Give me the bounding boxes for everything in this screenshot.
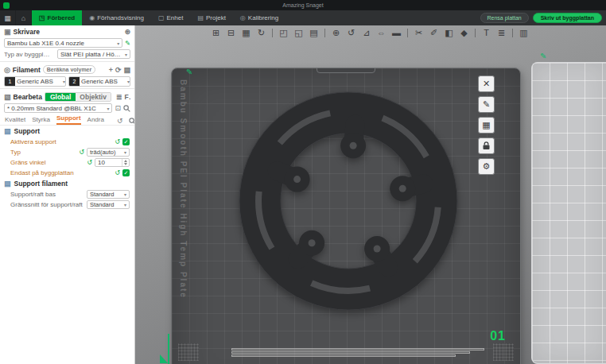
tab-calibration[interactable]: ◎ Kalibrering <box>233 10 286 25</box>
scope-global-button[interactable]: Global <box>45 93 76 101</box>
variable-layer-icon[interactable]: ≣ <box>494 26 509 39</box>
flush-volumes-button[interactable]: Beräkna volymer <box>43 65 95 74</box>
project-icon: ▤ <box>197 14 204 21</box>
viewport-3d[interactable]: ⊞ ⊟ ▦ ↻ ◰ ◱ ▤ ⊕ ↺ ⊿ ⇔ ▬ ✂ ✐ ◧ ◆ T <box>135 25 606 364</box>
edit-plate-name-icon[interactable]: ✎ <box>186 68 192 76</box>
search-icon[interactable] <box>123 105 130 112</box>
model-chainring-guard[interactable] <box>172 68 521 364</box>
filament-settings-icon[interactable]: ▤ <box>123 66 130 74</box>
scope-object-button[interactable]: Objektiv <box>76 93 111 101</box>
app-logo <box>3 2 10 9</box>
objects-list-icon[interactable]: ▥ <box>516 26 531 39</box>
search-params-icon[interactable] <box>129 118 135 125</box>
reset-param-icon[interactable]: ↺ <box>115 138 120 145</box>
paint-support-icon[interactable]: ✐ <box>426 26 441 39</box>
support-filament-group-header: ▤ Support filament <box>0 178 134 189</box>
reset-param-icon[interactable]: ↺ <box>79 149 84 156</box>
device-icon: ▢ <box>158 14 165 21</box>
chevron-down-icon: ▾ <box>124 149 126 155</box>
scale-icon[interactable]: ⊿ <box>359 26 374 39</box>
enable-support-checkbox[interactable] <box>122 138 130 145</box>
param-row-enable-support: Aktivera support ↺ <box>0 137 134 147</box>
split-parts-icon[interactable]: ◱ <box>291 26 306 39</box>
reset-param-icon[interactable]: ↺ <box>115 169 120 176</box>
mirror-icon[interactable]: ⇔ <box>374 26 389 39</box>
chevron-down-icon: ▾ <box>127 79 130 84</box>
process-preset-row: * 0.20mm Standard @BBL X1C ▾ ⊡ <box>0 103 134 114</box>
scope-toggle: Global Objektiv <box>45 92 111 102</box>
support-type-select[interactable]: träd(auto) ▾ <box>87 148 130 157</box>
support-base-select[interactable]: Standard ▾ <box>87 190 130 199</box>
pencil-icon: ✎ <box>483 99 490 110</box>
lock-plate-button[interactable] <box>478 137 495 154</box>
titlebar: Amazing Snaget <box>0 0 606 10</box>
process-preset-select[interactable]: * 0.20mm Standard @BBL X1C ▾ <box>4 103 112 113</box>
printer-select[interactable]: Bambu Lab X1E 0.4 nozzle ▾ <box>4 38 122 48</box>
tab-quality[interactable]: Kvalitet <box>5 116 25 125</box>
build-plate[interactable]: Bambu Smooth PEI Plate High Temp Plate <box>171 68 521 364</box>
param-label: Gräns vinkel <box>10 159 84 166</box>
param-label: Gränssnitt för support/raft <box>10 201 84 208</box>
seam-icon[interactable]: ◆ <box>456 26 472 39</box>
home-button[interactable]: ⌂ <box>16 10 32 25</box>
reset-param-icon[interactable]: ↺ <box>87 159 92 166</box>
support-interface-select[interactable]: Standard ▾ <box>87 200 130 209</box>
advanced-mode-icon[interactable]: ≣ <box>116 93 122 101</box>
divider <box>0 61 134 62</box>
add-plate-icon[interactable]: ⊟ <box>223 26 239 39</box>
tab-others[interactable]: Andra <box>87 116 104 125</box>
chevron-down-icon: ▾ <box>107 106 109 111</box>
next-build-plate[interactable] <box>531 62 606 364</box>
tab-prepare[interactable]: ◳ Förbered <box>32 10 82 25</box>
lay-flat-icon[interactable]: ▬ <box>389 26 404 39</box>
clear-plate-button[interactable]: Rensa plattan <box>480 13 529 23</box>
move-icon[interactable]: ⊕ <box>328 26 344 39</box>
param-row-support-interface: Gränssnitt för support/raft Standard ▾ <box>0 199 134 210</box>
divider <box>0 88 134 89</box>
save-preset-icon[interactable]: ⊡ <box>115 104 121 112</box>
sync-filament-icon[interactable]: ⟳ <box>115 66 122 74</box>
cut-icon[interactable]: ✂ <box>411 26 426 39</box>
buildplate-only-checkbox[interactable] <box>122 169 130 176</box>
rotate-icon[interactable]: ↺ <box>344 26 359 39</box>
param-row-buildplate-only: Endast på byggplattan ↺ <box>0 168 134 178</box>
tab-project[interactable]: ▤ Projekt <box>190 10 232 25</box>
filament-icon: ◎ <box>4 66 10 74</box>
delete-plate-button[interactable]: ✕ <box>478 76 495 92</box>
split-objects-icon[interactable]: ◰ <box>276 26 291 39</box>
advanced-mode-label[interactable]: Främål <box>124 93 130 101</box>
bed-type-select[interactable]: Slät PEI platta / Högtemperatur ▾ <box>57 49 130 59</box>
filament-2-select[interactable]: 2 Generic ABS ▾ <box>68 76 130 87</box>
color-paint-icon[interactable]: ◧ <box>441 26 456 39</box>
edit-next-plate-name-icon[interactable]: ✎ <box>540 52 546 60</box>
tab-preview[interactable]: ◉ Förhandsvisning <box>82 10 151 25</box>
plate-name-button[interactable]: ▦ <box>478 117 495 134</box>
app-menu-button[interactable]: ▦ <box>0 10 16 25</box>
toolbar-separator <box>475 29 476 37</box>
auto-arrange-icon[interactable]: ▦ <box>239 26 254 39</box>
tab-support[interactable]: Support <box>56 114 81 125</box>
sidebar: ▣ Skrivare ⊛ Bambu Lab X1E 0.4 nozzle ▾ … <box>0 25 135 364</box>
threshold-angle-input[interactable]: 10 <box>95 158 130 167</box>
edit-printer-icon[interactable]: ✎ <box>125 40 130 47</box>
print-plate-button[interactable]: Skriv ut byggplattan <box>533 13 602 23</box>
add-object-icon[interactable]: ⊞ <box>208 26 223 39</box>
spinner-arrows[interactable] <box>122 159 129 166</box>
reset-all-icon[interactable]: ↺ <box>117 117 123 125</box>
fill-plate-icon[interactable]: ▤ <box>306 26 321 39</box>
tab-device[interactable]: ▢ Enhet <box>151 10 190 25</box>
plate-tools: ✕ ✎ ▦ ⚙ <box>478 76 495 175</box>
add-filament-icon[interactable]: + <box>109 66 113 74</box>
edit-plate-button[interactable]: ✎ <box>478 96 495 113</box>
auto-orient-icon[interactable]: ↻ <box>254 26 269 39</box>
filament-1-select[interactable]: 1 Generic ABS ▾ <box>4 76 66 87</box>
calibration-icon: ◎ <box>240 14 246 21</box>
printer-connection-icon[interactable]: ⊛ <box>124 28 130 36</box>
main-tabbar: ▦ ⌂ ◳ Förbered ◉ Förhandsvisning ▢ Enhet… <box>0 10 606 25</box>
flat-object-outline[interactable] <box>231 348 486 358</box>
text-tool-icon[interactable]: T <box>479 26 494 39</box>
tab-strength[interactable]: Styrka <box>32 116 50 125</box>
process-param-tabs: Kvalitet Styrka Support Andra ↺ <box>0 114 134 126</box>
process-icon: ▧ <box>4 93 11 101</box>
plate-settings-button[interactable]: ⚙ <box>478 158 495 175</box>
